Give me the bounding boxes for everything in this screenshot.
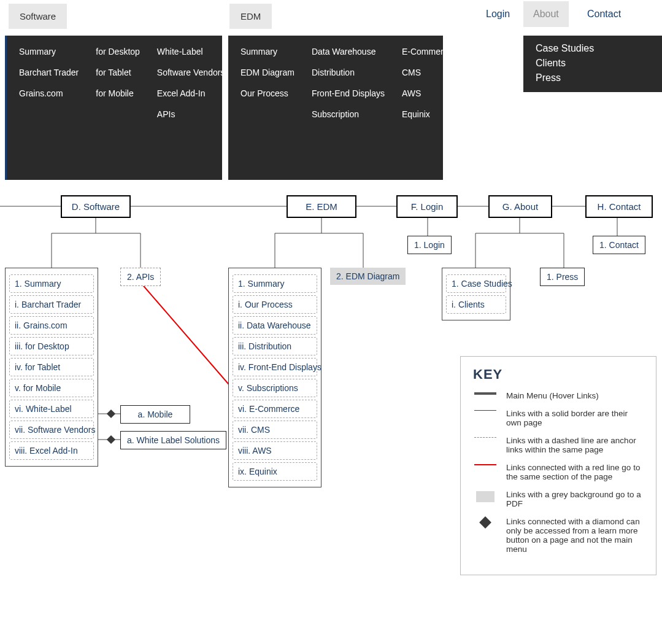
list-item[interactable]: iii. Distribution [233,337,317,355]
list-item[interactable]: vi. White-Label [9,400,94,418]
node-g-about[interactable]: G. About [488,195,552,218]
legend-label: Links connected with a diamond can only … [506,517,644,554]
legend-label: Links with a dashed line are anchor link… [506,436,644,454]
menu-item[interactable]: Summary [241,47,294,56]
tab-edm[interactable]: EDM [229,4,272,29]
tab-software[interactable]: Software [9,4,67,29]
menu-item[interactable]: Data Warehouse [312,47,385,56]
menu-item[interactable]: Equinix [402,109,452,119]
node-h-contact[interactable]: H. Contact [585,195,653,218]
svg-line-21 [140,282,232,388]
menu-item[interactable]: EDM Diagram [241,68,294,77]
list-item[interactable]: iv. Front-End Displays [233,358,317,376]
menu-item[interactable]: AWS [402,88,452,98]
toplink-login[interactable]: Login [486,9,510,20]
list-item[interactable]: 1. Summary [233,274,317,293]
diamond-icon [107,435,115,444]
list-item[interactable]: iv. for Tablet [9,358,94,376]
dropdown-edm-col-1: Summary EDM Diagram Our Process [241,47,294,169]
dropdown-software-col-1: Summary Barchart Trader Grains.com [19,47,79,169]
menu-item[interactable]: White-Label [157,47,225,56]
toplink-contact[interactable]: Contact [587,9,621,20]
list-item[interactable]: i. Clients [446,295,506,314]
menu-item[interactable]: Grains.com [19,88,79,98]
menu-item[interactable]: Summary [19,47,79,56]
dropdown-about: Case Studies Clients Press [523,36,662,92]
menu-item[interactable]: Case Studies [536,43,650,54]
legend-label: Links with a grey background go to a PDF [506,490,644,508]
menu-item[interactable]: Software Vendors [157,68,225,77]
list-item[interactable]: iii. for Desktop [9,337,94,355]
list-item[interactable]: vii. CMS [233,421,317,439]
list-item[interactable]: v. Subscriptions [233,379,317,397]
list-item[interactable]: i. Barchart Trader [9,295,94,314]
node-g-press[interactable]: 1. Press [540,268,585,286]
menu-item[interactable]: Barchart Trader [19,68,79,77]
node-e-edm[interactable]: E. EDM [287,195,356,218]
menu-item[interactable]: for Tablet [96,68,140,77]
list-item[interactable]: viii. Excel Add-In [9,441,94,460]
menu-item[interactable]: Front-End Displays [312,88,385,98]
legend-label: Main Menu (Hover Links) [506,391,599,400]
node-d-mobile[interactable]: a. Mobile [120,405,190,424]
dropdown-software-col-2: for Desktop for Tablet for Mobile [96,47,140,169]
node-f-login-page[interactable]: 1. Login [407,236,452,254]
node-f-login[interactable]: F. Login [396,195,458,218]
list-item[interactable]: vii. Software Vendors [9,421,94,439]
menu-item[interactable]: Our Process [241,88,294,98]
list-item[interactable]: 1. Summary [9,274,94,293]
diamond-icon [107,409,115,418]
list-item[interactable]: ii. Grains.com [9,316,94,335]
list-item[interactable]: 1. Case Studies [446,274,506,293]
node-h-contact-page[interactable]: 1. Contact [593,236,645,254]
menu-item[interactable]: Press [536,72,650,83]
dropdown-edm-col-2: Data Warehouse Distribution Front-End Di… [312,47,385,169]
list-item[interactable]: i. Our Process [233,295,317,314]
menu-item[interactable]: for Mobile [96,88,140,98]
legend-key: KEY Main Menu (Hover Links) Links with a… [460,356,656,575]
menu-item[interactable]: APIs [157,109,225,119]
dropdown-software-col-3: White-Label Software Vendors Excel Add-I… [157,47,225,169]
menu-item[interactable]: Subscription [312,109,385,119]
menu-item[interactable]: Excel Add-In [157,88,225,98]
dropdown-edm: Summary EDM Diagram Our Process Data War… [228,36,443,180]
list-item[interactable]: v. for Mobile [9,379,94,397]
menu-item[interactable]: E-Commerce [402,47,452,56]
dropdown-edm-col-3: E-Commerce CMS AWS Equinix [402,47,452,169]
group-e-summary: 1. Summary i. Our Process ii. Data Wareh… [228,268,321,487]
dropdown-software: Summary Barchart Trader Grains.com for D… [5,36,222,180]
node-d-software[interactable]: D. Software [61,195,131,218]
node-e-diagram-pdf[interactable]: 2. EDM Diagram [330,268,406,285]
list-item[interactable]: ix. Equinix [233,462,317,481]
menu-item[interactable]: Distribution [312,68,385,77]
list-item[interactable]: vi. E-Commerce [233,400,317,418]
group-g-about: 1. Case Studies i. Clients [442,268,510,320]
menu-item[interactable]: for Desktop [96,47,140,56]
node-d-whitelabel[interactable]: a. White Label Solutions [120,431,226,449]
legend-label: Links connected with a red line go to th… [506,463,644,481]
node-d-apis[interactable]: 2. APIs [120,268,161,286]
list-item[interactable]: viii. AWS [233,441,317,460]
menu-item[interactable]: CMS [402,68,452,77]
legend-title: KEY [473,367,644,382]
toplink-about[interactable]: About [523,1,569,27]
list-item[interactable]: ii. Data Warehouse [233,316,317,335]
group-d-summary: 1. Summary i. Barchart Trader ii. Grains… [5,268,98,467]
menu-item[interactable]: Clients [536,58,650,69]
legend-label: Links with a solid border are their own … [506,409,644,427]
